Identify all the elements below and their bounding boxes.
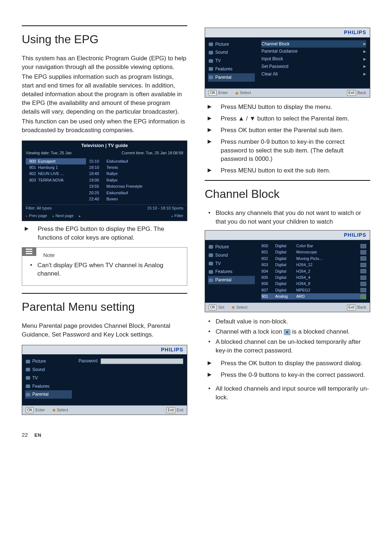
epg-para-1: This system has an Electronic Program Gu… — [22, 54, 187, 72]
epg-footer-next: Next page — [52, 213, 74, 219]
cb-intro: Blocks any channels that you do not want… — [205, 209, 370, 226]
cb-final: All locked channels and input source wil… — [205, 384, 370, 402]
brand-label: PHILIPS — [205, 231, 370, 240]
lock-indicator — [360, 256, 366, 261]
lock-indicator — [360, 263, 366, 267]
epg-filter-right: 15:10 - 18:10 Sports — [52, 205, 183, 211]
menu-side-tv: TV — [208, 260, 255, 268]
nav-icon: ◆ — [232, 304, 235, 310]
page-number: 22 — [22, 431, 28, 439]
menu-side-features: Features — [208, 268, 255, 276]
menu-side-sound: Sound — [208, 48, 255, 57]
step-1: Press MENU button to display the menu. — [205, 103, 370, 111]
lock-indicator — [360, 276, 366, 280]
cb-step-2: Press the 0-9 buttons to key-in the corr… — [205, 371, 370, 379]
epg-channel-row: 801Hamburg 1 — [26, 164, 86, 171]
menu-item-set-password: Set Password▶ — [261, 63, 366, 70]
epg-current-time: Current time: Tue, 25 Jan 18:08:58 — [122, 150, 183, 156]
epg-instruction: Press the EPG button to display the EPG.… — [22, 225, 187, 242]
arrow-icon: ▶ — [363, 72, 366, 77]
menu-side-features: Features — [25, 382, 72, 391]
menu-side-picture: Picture — [208, 243, 255, 251]
lock-indicator — [360, 294, 366, 299]
channel-row: 807DigitalMPEG2 — [261, 287, 366, 293]
step-5: Press MENU button to exit the sub item. — [205, 166, 370, 175]
password-label: Password — [78, 358, 98, 364]
nav-icon: ◆ — [235, 90, 238, 96]
parental-para: Menu Parental page provides Channel Bloc… — [22, 322, 187, 339]
lock-indicator — [360, 244, 366, 248]
brand-label: PHILIPS — [205, 28, 370, 37]
cb-step-1: Press the OK button to display the passw… — [205, 359, 370, 368]
note-label: Note — [43, 251, 183, 259]
menu-side-parental: Parental — [208, 73, 255, 82]
brand-label: PHILIPS — [22, 345, 187, 355]
lock-indicator — [360, 288, 366, 292]
password-input — [101, 358, 183, 364]
note-icon — [22, 247, 36, 256]
nav-icon: ◆ — [52, 407, 56, 413]
channel-row: 802DigitalMoving Pictu... — [261, 256, 366, 262]
epg-channel-row: 800Eurosport — [26, 158, 86, 164]
epg-footer-blank — [79, 213, 166, 219]
epg-program-column: Eiskunstlauf Tennis Rallye Rallye Motocr… — [106, 158, 183, 203]
channel-block-panel: PHILIPS Picture Sound TV Features Parent… — [205, 230, 370, 312]
section-title-channel-block: Channel Block — [205, 186, 370, 202]
channel-row: 805DigitalH264_4 — [261, 274, 366, 281]
menu-item-clear-all: Clear All▶ — [261, 70, 366, 78]
epg-para-2: The EPG supplies information such as pro… — [22, 73, 187, 116]
channel-row: 801DigitalMonoscope — [261, 249, 366, 255]
lock-indicator — [360, 282, 366, 286]
menu-side-sound: Sound — [25, 366, 72, 374]
step-3: Press OK button enter the Parental sub i… — [205, 126, 370, 135]
arrow-icon: ▶ — [363, 64, 366, 69]
epg-footer-filter: Filter — [171, 213, 183, 219]
menu-item-parental-guidance: Parental Guidance▶ — [261, 48, 366, 55]
epg-viewing-date: Viewing date: Tue, 25 Jan — [26, 150, 122, 156]
channel-row: 901AnalogARD — [261, 293, 366, 300]
cb-note-3: A blocked channel can be un-locked tempo… — [205, 338, 370, 355]
page-footer: 22 EN — [22, 431, 370, 439]
lock-indicator — [360, 250, 366, 254]
section-title-epg: Using the EPG — [22, 31, 187, 48]
step-4: Press number 0-9 button to key-in the co… — [205, 138, 370, 163]
arrow-icon: ▶ — [363, 49, 366, 54]
arrow-icon: ▶ — [363, 57, 366, 62]
epg-panel: Television | TV guide Viewing date: Tue,… — [22, 140, 187, 221]
arrow-icon: ▶ — [363, 41, 366, 46]
channel-row: 806DigitalH264_8 — [261, 281, 366, 287]
epg-footer-prev: Prev page — [26, 213, 47, 219]
cb-note-2: Channel with a lock icon is a blocked ch… — [205, 327, 370, 336]
menu-side-parental: Parental — [25, 390, 72, 399]
epg-para-3: This function can be used only when the … — [22, 117, 187, 135]
menu-side-features: Features — [208, 65, 255, 73]
menu-item-input-block: Input Block▶ — [261, 55, 366, 63]
channel-row: 800DigitalColor Bar — [261, 243, 366, 249]
channel-row: 804DigitalH264_2 — [261, 268, 366, 274]
parental-password-panel: PHILIPS Picture Sound TV Features Parent… — [22, 345, 187, 415]
epg-channel-row: 803TERRA NOVA — [26, 177, 86, 183]
epg-filter-left: Filter: All types — [26, 205, 52, 211]
cb-note-1: Default value is non-block. — [205, 317, 370, 326]
channel-row: 803DigitalH264_12 — [261, 262, 366, 268]
menu-side-tv: TV — [208, 57, 255, 65]
step-2: Press ▲ / ▼ button to select the Parenta… — [205, 114, 370, 123]
menu-side-picture: Picture — [208, 40, 255, 49]
page-lang: EN — [34, 432, 41, 438]
menu-side-sound: Sound — [208, 251, 255, 260]
lock-indicator — [360, 269, 366, 273]
epg-panel-title: Television | TV guide — [22, 141, 187, 150]
epg-channel-row: 802NEUN LIVE ... — [26, 171, 86, 177]
menu-side-tv: TV — [25, 374, 72, 382]
menu-side-picture: Picture — [25, 357, 72, 366]
epg-time-column: 15:10 18:10 18:40 19:00 19:55 20:25 22:4… — [89, 158, 103, 203]
lock-icon — [284, 329, 290, 335]
menu-item-channel-block: Channel Block▶ — [261, 40, 366, 48]
section-title-parental: Parental Menu setting — [22, 299, 187, 315]
epg-channel-list: 800Eurosport 801Hamburg 1 802NEUN LIVE .… — [26, 158, 86, 203]
note-box: Note Can't display EPG when TV channel i… — [22, 247, 187, 286]
note-text: Can't display EPG when TV channel is Ana… — [26, 261, 183, 278]
menu-side-parental: Parental — [208, 276, 255, 284]
parental-menu-panel: PHILIPS Picture Sound TV Features Parent… — [205, 28, 370, 98]
